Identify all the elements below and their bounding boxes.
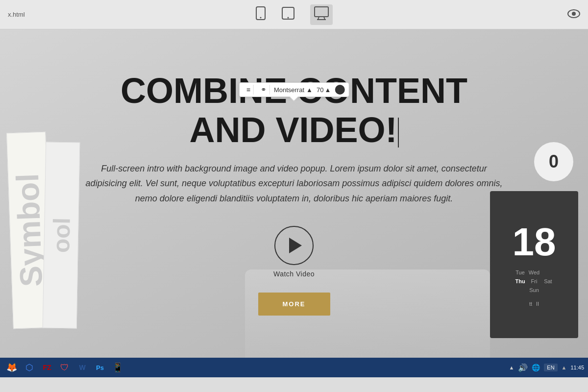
book-2: ool: [43, 142, 80, 328]
text-formatting-toolbar: ≡ ⚭ Montserrat ▲ 70 ▲: [239, 82, 349, 97]
taskbar-network-icon[interactable]: 🌐: [532, 364, 540, 371]
taskbar-notification-icon: ▲: [509, 365, 514, 370]
clock-circle-number: 0: [549, 151, 559, 172]
hero-title-line2: and VIDEO!: [189, 110, 398, 149]
taskbar-antivirus[interactable]: 🛡: [57, 360, 73, 375]
play-triangle-icon: [289, 238, 302, 253]
watch-video-label: Watch Video: [273, 270, 315, 278]
svg-point-9: [572, 12, 576, 16]
link-button[interactable]: ⚭: [258, 85, 270, 95]
taskbar-language[interactable]: EN: [544, 364, 557, 371]
editor-topbar: x.html: [0, 0, 588, 29]
text-color-picker[interactable]: [335, 85, 344, 95]
clock-day-sat: Sat: [542, 278, 553, 284]
align-button[interactable]: ≡: [244, 85, 254, 95]
taskbar-up-arrow: ▲: [562, 365, 567, 370]
clock-day-thu: Thu: [514, 278, 525, 284]
book-2-text: ool: [48, 218, 75, 253]
preview-button[interactable]: [567, 8, 580, 21]
taskbar-sound-icon[interactable]: 🔊: [518, 363, 528, 372]
clock-days-grid: Tue Wed Thu Fri Sat Sun: [511, 266, 557, 297]
hero-section: Symbol ool 0 18 Tue Wed Thu Fri Sat Sun: [0, 29, 588, 358]
clock-day-wed: Wed: [529, 270, 539, 275]
taskbar-right: ▲ 🔊 🌐 EN ▲ 11:45: [509, 363, 584, 372]
svg-rect-4: [315, 7, 328, 17]
clock-day-empty3: [542, 287, 553, 293]
svg-point-3: [288, 17, 289, 18]
clock-day-sun: Sun: [529, 287, 539, 293]
clock-day-tue: Tue: [514, 270, 525, 275]
taskbar-other[interactable]: 📱: [110, 360, 125, 375]
file-label: x.html: [8, 11, 25, 18]
mobile-view-button[interactable]: [255, 6, 266, 23]
play-circle[interactable]: [274, 226, 314, 265]
device-icons-group: [255, 4, 333, 25]
hero-subtitle: Full-screen intro with background image …: [83, 161, 505, 206]
watch-video-button[interactable]: Watch Video: [83, 226, 505, 278]
clock-circle: 0: [534, 142, 573, 181]
books-decoration: Symbol ool: [0, 83, 88, 328]
clock-time: tt II: [529, 301, 539, 307]
svg-point-1: [260, 17, 262, 18]
taskbar-photoshop[interactable]: Ps: [92, 360, 108, 375]
hero-content: COMBINE CONTENT and VIDEO! Full-screen i…: [83, 72, 505, 315]
text-cursor: [398, 118, 399, 147]
taskbar-filezilla[interactable]: FZ: [39, 360, 55, 375]
taskbar-word[interactable]: W: [74, 360, 90, 375]
font-selector[interactable]: Montserrat ▲: [274, 86, 313, 94]
taskbar-time: 11:45: [570, 365, 584, 370]
clock-circle-inner: 0: [534, 142, 573, 181]
more-button[interactable]: MORE: [258, 293, 330, 316]
font-size-selector[interactable]: 70 ▲: [317, 86, 331, 94]
taskbar-chrome[interactable]: ⬡: [22, 360, 37, 375]
tablet-view-button[interactable]: [282, 6, 294, 23]
taskbar-firefox[interactable]: 🦊: [4, 360, 20, 375]
clock-day-empty1: [542, 270, 553, 275]
desktop-view-button[interactable]: [310, 4, 333, 25]
clock-number: 18: [513, 222, 556, 262]
taskbar: 🦊 ⬡ FZ 🛡 W Ps 📱 ▲ 🔊 🌐 EN ▲ 11:45: [0, 358, 588, 377]
clock-day-empty2: [514, 287, 525, 293]
clock-day-fri: Fri: [529, 278, 539, 284]
